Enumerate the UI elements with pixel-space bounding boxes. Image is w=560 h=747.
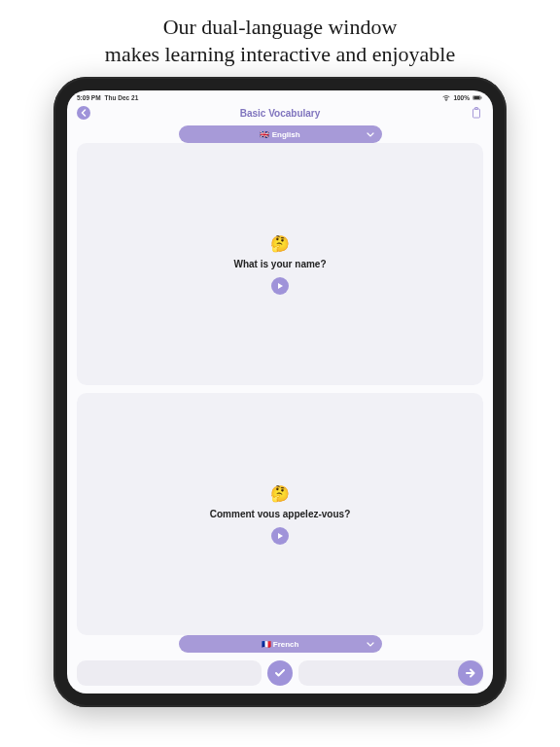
top-language-selector[interactable]: 🇬🇧 English [179,125,382,143]
top-card: 🤔 What is your name? [77,143,483,385]
nav-bar: Basic Vocabulary [67,102,493,125]
check-icon [274,668,286,678]
wifi-icon [442,95,450,101]
clipboard-icon [472,107,481,119]
thinking-emoji: 🤔 [270,484,290,503]
bottom-language-selector[interactable]: 🇫🇷 French [179,635,382,653]
top-play-button[interactable] [271,277,289,295]
right-slot[interactable] [298,660,483,686]
bottom-bar [67,660,493,694]
thinking-emoji: 🤔 [270,234,290,253]
status-date: Thu Dec 21 [105,94,139,101]
chevron-left-icon [81,109,87,117]
play-icon [277,282,284,290]
top-question-text: What is your name? [233,259,326,269]
page-title: Basic Vocabulary [240,108,321,119]
clipboard-button[interactable] [470,106,483,120]
status-time: 5:09 PM [77,94,101,101]
check-button[interactable] [267,660,293,686]
play-icon [277,532,284,540]
svg-rect-1 [473,96,479,99]
back-button[interactable] [77,106,90,120]
status-battery: 100% [453,94,470,101]
top-language-label: 🇬🇧 English [260,130,299,139]
device-frame: 5:09 PM Thu Dec 21 100% Basic Vocabulary [53,77,507,707]
status-bar: 5:09 PM Thu Dec 21 100% [67,90,493,102]
bottom-card: 🤔 Comment vous appelez-vous? [77,393,483,635]
marketing-headline: Our dual-language window makes learning … [95,0,465,77]
marketing-line-1: Our dual-language window [105,14,455,41]
arrow-right-icon [465,668,476,678]
left-slot[interactable] [77,660,262,686]
bottom-language-label: 🇫🇷 French [262,640,299,649]
bottom-play-button[interactable] [271,527,289,545]
svg-rect-2 [481,96,482,98]
battery-icon [472,95,483,100]
screen: 5:09 PM Thu Dec 21 100% Basic Vocabulary [67,90,493,694]
chevron-down-icon [367,642,374,647]
marketing-line-2: makes learning interactive and enjoyable [105,41,455,68]
svg-rect-3 [472,109,479,118]
content: 🇬🇧 English 🤔 What is your name? 🤔 C [67,125,493,660]
next-button[interactable] [458,660,483,686]
chevron-down-icon [367,132,374,137]
bottom-question-text: Comment vous appelez-vous? [210,509,350,519]
